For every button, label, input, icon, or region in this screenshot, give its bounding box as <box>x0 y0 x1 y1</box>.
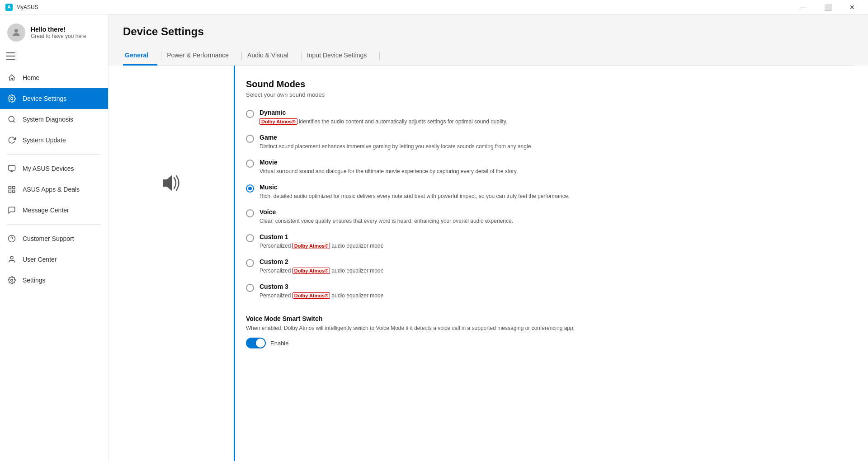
svg-point-0 <box>14 29 18 33</box>
sidebar-item-home[interactable]: Home <box>0 67 108 88</box>
tab-general[interactable]: General <box>123 47 157 66</box>
dolby-badge-custom3: Dolby Atmos® <box>292 292 330 299</box>
radio-custom3[interactable] <box>246 284 254 292</box>
sidebar-item-user-center[interactable]: User Center <box>0 249 108 270</box>
tab-separator-4 <box>379 52 380 60</box>
main-content: Device Settings General Power & Performa… <box>108 14 868 461</box>
sound-option-voice: Voice Clear, consistent voice quality en… <box>246 208 854 225</box>
radio-custom1[interactable] <box>246 234 254 242</box>
page-header: Device Settings General Power & Performa… <box>108 14 868 66</box>
app-name: MyASUS <box>16 4 38 10</box>
sound-option-custom3: Custom 3 Personalized Dolby Atmos® audio… <box>246 283 854 300</box>
titlebar-left: A MyASUS <box>5 4 38 11</box>
enable-toggle[interactable] <box>246 338 266 348</box>
settings-icon <box>7 276 16 285</box>
svg-rect-13 <box>13 190 15 193</box>
sidebar-item-settings[interactable]: Settings <box>0 270 108 291</box>
radio-custom2[interactable] <box>246 259 254 267</box>
option-content-custom1: Custom 1 Personalized Dolby Atmos® audio… <box>259 233 383 250</box>
svg-point-4 <box>11 98 13 100</box>
option-desc-custom2: Personalized Dolby Atmos® audio equalize… <box>259 267 383 275</box>
svg-point-16 <box>10 256 13 259</box>
svg-rect-3 <box>6 59 15 60</box>
option-name-music: Music <box>259 183 570 191</box>
dolby-badge-custom2: Dolby Atmos® <box>292 268 330 274</box>
page-title: Device Settings <box>123 25 854 38</box>
option-desc-music: Rich, detailed audio optimized for music… <box>259 192 570 200</box>
svg-marker-18 <box>163 175 172 191</box>
tab-separator-2 <box>241 52 242 60</box>
radio-voice[interactable] <box>246 209 254 217</box>
radio-music[interactable] <box>246 184 254 193</box>
titlebar-controls: — ⬜ ✕ <box>793 0 863 14</box>
sidebar-item-home-label: Home <box>23 74 39 81</box>
sound-modes-panel: Sound Modes Select your own sound modes … <box>235 66 868 461</box>
svg-rect-1 <box>6 52 15 53</box>
option-name-custom1: Custom 1 <box>259 233 383 240</box>
option-desc-custom3: Personalized Dolby Atmos® audio equalize… <box>259 292 383 300</box>
svg-rect-7 <box>9 165 15 170</box>
tab-bar: General Power & Performance Audio & Visu… <box>123 47 854 66</box>
tab-input-device-settings[interactable]: Input Device Settings <box>305 47 376 66</box>
radio-game[interactable] <box>246 135 254 143</box>
sidebar-item-asus-apps-deals[interactable]: ASUS Apps & Deals <box>0 179 108 200</box>
sound-option-music: Music Rich, detailed audio optimized for… <box>246 183 854 200</box>
device-settings-icon <box>7 94 16 103</box>
sidebar-item-message-center[interactable]: Message Center <box>0 200 108 221</box>
my-asus-devices-icon <box>7 164 16 173</box>
sidebar-item-device-settings[interactable]: Device Settings <box>0 88 108 109</box>
sidebar-item-customer-support[interactable]: Customer Support <box>0 228 108 249</box>
dolby-badge-custom1: Dolby Atmos® <box>292 243 330 249</box>
option-desc-custom1: Personalized Dolby Atmos® audio equalize… <box>259 242 383 250</box>
option-name-custom2: Custom 2 <box>259 258 383 265</box>
sidebar-item-system-diagnosis[interactable]: System Diagnosis <box>0 109 108 130</box>
sidebar-item-customer-support-label: Customer Support <box>23 235 74 242</box>
radio-movie[interactable] <box>246 160 254 168</box>
minimize-button[interactable]: — <box>793 0 814 14</box>
dolby-badge-dynamic: Dolby Atmos® <box>259 118 297 125</box>
svg-rect-11 <box>13 186 15 188</box>
system-diagnosis-icon <box>7 115 16 124</box>
option-content-custom2: Custom 2 Personalized Dolby Atmos® audio… <box>259 258 383 275</box>
tab-audio-visual[interactable]: Audio & Visual <box>245 47 297 66</box>
sound-modes-title: Sound Modes <box>246 79 854 89</box>
sidebar-item-my-asus-devices-label: My ASUS Devices <box>23 165 74 172</box>
hamburger-menu[interactable] <box>0 49 108 67</box>
message-center-icon <box>7 206 16 215</box>
toggle-label: Enable <box>270 340 288 347</box>
content-area: Sound Modes Select your own sound modes … <box>108 66 868 461</box>
sound-option-game: Game Distinct sound placement enhances i… <box>246 134 854 151</box>
sidebar: Hello there! Great to have you here Home… <box>0 14 108 461</box>
svg-rect-12 <box>9 190 11 193</box>
tab-separator-1 <box>161 52 161 60</box>
option-desc-dynamic: Dolby Atmos® identifies the audio conten… <box>259 118 507 126</box>
sidebar-item-asus-apps-deals-label: ASUS Apps & Deals <box>23 186 80 193</box>
option-name-dynamic: Dynamic <box>259 109 507 116</box>
sound-option-dynamic: Dynamic Dolby Atmos® identifies the audi… <box>246 109 854 126</box>
sound-modes-subtitle: Select your own sound modes <box>246 91 854 98</box>
sidebar-item-my-asus-devices[interactable]: My ASUS Devices <box>0 158 108 179</box>
sidebar-item-settings-label: Settings <box>23 277 46 284</box>
svg-point-17 <box>11 279 13 282</box>
sidebar-item-system-update[interactable]: System Update <box>0 130 108 151</box>
sound-icon <box>160 174 182 196</box>
maximize-button[interactable]: ⬜ <box>817 0 838 14</box>
nav-separator-1 <box>7 154 101 155</box>
titlebar: A MyASUS — ⬜ ✕ <box>0 0 868 14</box>
tab-power-performance[interactable]: Power & Performance <box>165 47 238 66</box>
sound-option-custom1: Custom 1 Personalized Dolby Atmos® audio… <box>246 233 854 250</box>
user-name: Hello there! <box>31 26 86 33</box>
app-icon: A <box>5 4 13 11</box>
nav-separator-2 <box>7 224 101 225</box>
option-content-custom3: Custom 3 Personalized Dolby Atmos® audio… <box>259 283 383 300</box>
customer-support-icon <box>7 234 16 243</box>
home-icon <box>7 73 16 82</box>
close-button[interactable]: ✕ <box>842 0 863 14</box>
option-name-game: Game <box>259 134 533 141</box>
option-desc-movie: Virtual surround sound and dialogue for … <box>259 167 518 175</box>
radio-dynamic[interactable] <box>246 110 254 118</box>
option-name-voice: Voice <box>259 208 513 216</box>
svg-line-6 <box>13 121 14 122</box>
sidebar-user: Hello there! Great to have you here <box>0 14 108 49</box>
tab-separator-3 <box>301 52 302 60</box>
